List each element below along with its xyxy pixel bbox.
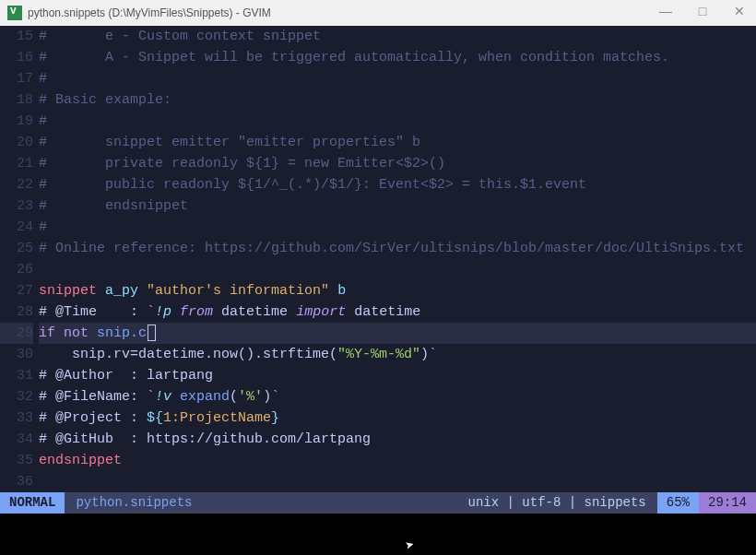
code-line: # bbox=[39, 113, 47, 129]
mouse-cursor-icon: ➤ bbox=[404, 536, 417, 555]
maximize-button[interactable]: □ bbox=[693, 4, 712, 22]
statusline-info: unix | utf-8 | snippets bbox=[457, 492, 657, 514]
titlebar: python.snippets (D:\MyVimFiles\Snippets)… bbox=[0, 0, 756, 26]
code-line: # bbox=[39, 219, 47, 235]
code-line: # A - Snippet will be triggered automati… bbox=[39, 50, 669, 65]
text-cursor bbox=[148, 325, 156, 341]
statusline-percent: 65% bbox=[657, 492, 699, 514]
code-line: # @Project : ${1:ProjectName} bbox=[39, 407, 756, 429]
code-line: # e - Custom context snippet bbox=[39, 29, 321, 44]
code-line: # @Time : `!p from datetime import datet… bbox=[39, 301, 756, 323]
statusline-mode: NORMAL bbox=[0, 492, 65, 514]
statusline: NORMAL python.snippets unix | utf-8 | sn… bbox=[0, 492, 756, 514]
code-line: # public readonly ${1/^_(.*)/$1/}: Event… bbox=[39, 177, 586, 193]
code-content[interactable]: # e - Custom context snippet # A - Snipp… bbox=[39, 26, 756, 492]
code-line: # @FileName: `!v expand('%')` bbox=[39, 386, 756, 407]
window-title: python.snippets (D:\MyVimFiles\Snippets)… bbox=[28, 6, 651, 19]
code-line: # snippet emitter "emitter properties" b bbox=[39, 135, 420, 150]
minimize-button[interactable]: — bbox=[656, 4, 675, 22]
code-line: # Online reference: https://github.com/S… bbox=[39, 241, 744, 256]
code-line: # endsnippet bbox=[39, 198, 188, 214]
statusline-position: 29:14 bbox=[699, 492, 756, 514]
code-line: # private readonly ${1} = new Emitter<$2… bbox=[39, 156, 445, 171]
gvim-icon bbox=[7, 6, 22, 20]
code-line: endsnippet bbox=[39, 453, 122, 468]
statusline-filename: python.snippets bbox=[65, 492, 456, 514]
code-line: # @Author : lartpang bbox=[39, 368, 213, 384]
code-line: # @GitHub : https://github.com/lartpang bbox=[39, 431, 371, 447]
close-button[interactable]: ✕ bbox=[730, 4, 749, 22]
code-line bbox=[39, 471, 756, 492]
code-line bbox=[39, 259, 756, 280]
code-line: snip.rv=datetime.now().strftime("%Y-%m-%… bbox=[39, 344, 756, 365]
code-line-current: if not snip.c bbox=[39, 323, 756, 344]
editor-area[interactable]: 1516171819202122232425262728293031323334… bbox=[0, 26, 756, 492]
code-line: # Basic example: bbox=[39, 92, 171, 108]
code-line: snippet a_py "author's information" b bbox=[39, 280, 756, 301]
bottom-area: ➤ bbox=[0, 514, 756, 555]
code-line: # bbox=[39, 71, 47, 87]
line-number-gutter: 1516171819202122232425262728293031323334… bbox=[0, 26, 39, 492]
